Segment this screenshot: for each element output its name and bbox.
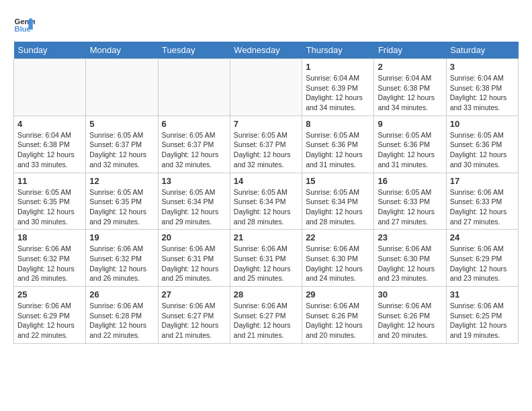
calendar-cell: 7Sunrise: 6:05 AM Sunset: 6:37 PM Daylig…	[230, 116, 302, 173]
calendar-cell: 27Sunrise: 6:06 AM Sunset: 6:27 PM Dayli…	[158, 287, 230, 344]
calendar-cell	[158, 59, 230, 116]
calendar-cell: 20Sunrise: 6:06 AM Sunset: 6:31 PM Dayli…	[158, 230, 230, 287]
cell-day-number: 23	[378, 232, 442, 242]
calendar-cell: 25Sunrise: 6:06 AM Sunset: 6:29 PM Dayli…	[14, 287, 86, 344]
cell-sun-info: Sunrise: 6:05 AM Sunset: 6:35 PM Dayligh…	[17, 187, 82, 227]
cell-sun-info: Sunrise: 6:05 AM Sunset: 6:37 PM Dayligh…	[234, 130, 298, 170]
cell-sun-info: Sunrise: 6:04 AM Sunset: 6:38 PM Dayligh…	[17, 130, 82, 170]
cell-day-number: 20	[162, 232, 226, 242]
cell-sun-info: Sunrise: 6:05 AM Sunset: 6:34 PM Dayligh…	[234, 187, 298, 227]
calendar-table: SundayMondayTuesdayWednesdayThursdayFrid…	[13, 42, 519, 344]
calendar-cell: 18Sunrise: 6:06 AM Sunset: 6:32 PM Dayli…	[14, 230, 86, 287]
cell-day-number: 10	[450, 119, 515, 129]
cell-sun-info: Sunrise: 6:05 AM Sunset: 6:34 PM Dayligh…	[162, 187, 226, 227]
cell-day-number: 12	[89, 176, 154, 186]
cell-sun-info: Sunrise: 6:06 AM Sunset: 6:32 PM Dayligh…	[17, 244, 82, 283]
cell-sun-info: Sunrise: 6:04 AM Sunset: 6:39 PM Dayligh…	[306, 73, 370, 113]
cell-day-number: 11	[17, 176, 82, 186]
calendar-cell: 29Sunrise: 6:06 AM Sunset: 6:26 PM Dayli…	[302, 287, 374, 344]
cell-sun-info: Sunrise: 6:06 AM Sunset: 6:27 PM Dayligh…	[162, 301, 226, 340]
calendar-week-5: 25Sunrise: 6:06 AM Sunset: 6:29 PM Dayli…	[14, 287, 519, 344]
cell-sun-info: Sunrise: 6:04 AM Sunset: 6:38 PM Dayligh…	[378, 73, 442, 113]
logo-icon: General Blue	[13, 13, 35, 35]
calendar-cell: 13Sunrise: 6:05 AM Sunset: 6:34 PM Dayli…	[158, 173, 230, 230]
days-header-row: SundayMondayTuesdayWednesdayThursdayFrid…	[14, 42, 519, 59]
calendar-cell: 5Sunrise: 6:05 AM Sunset: 6:37 PM Daylig…	[86, 116, 158, 173]
calendar-cell: 4Sunrise: 6:04 AM Sunset: 6:38 PM Daylig…	[14, 116, 86, 173]
cell-day-number: 29	[306, 289, 370, 300]
cell-day-number: 8	[306, 119, 370, 129]
cell-day-number: 16	[378, 176, 442, 186]
cell-day-number: 24	[450, 232, 515, 242]
cell-day-number: 13	[162, 176, 226, 186]
cell-day-number: 2	[378, 62, 442, 72]
cell-day-number: 14	[234, 176, 298, 186]
calendar-cell: 16Sunrise: 6:05 AM Sunset: 6:33 PM Dayli…	[374, 173, 446, 230]
calendar-cell: 26Sunrise: 6:06 AM Sunset: 6:28 PM Dayli…	[86, 287, 158, 344]
cell-day-number: 1	[306, 62, 370, 72]
cell-day-number: 21	[234, 232, 298, 242]
cell-day-number: 19	[89, 232, 154, 242]
cell-day-number: 26	[89, 289, 154, 300]
cell-sun-info: Sunrise: 6:06 AM Sunset: 6:30 PM Dayligh…	[306, 244, 370, 283]
cell-sun-info: Sunrise: 6:05 AM Sunset: 6:37 PM Dayligh…	[162, 130, 226, 170]
day-header-saturday: Saturday	[446, 42, 518, 59]
cell-sun-info: Sunrise: 6:05 AM Sunset: 6:36 PM Dayligh…	[306, 130, 370, 170]
calendar-cell: 30Sunrise: 6:06 AM Sunset: 6:26 PM Dayli…	[374, 287, 446, 344]
calendar-cell	[14, 59, 86, 116]
calendar-cell: 9Sunrise: 6:05 AM Sunset: 6:36 PM Daylig…	[374, 116, 446, 173]
calendar-cell: 3Sunrise: 6:04 AM Sunset: 6:38 PM Daylig…	[446, 59, 518, 116]
cell-day-number: 27	[162, 289, 226, 300]
calendar-week-2: 4Sunrise: 6:04 AM Sunset: 6:38 PM Daylig…	[14, 116, 519, 173]
cell-day-number: 9	[378, 119, 442, 129]
cell-sun-info: Sunrise: 6:05 AM Sunset: 6:37 PM Dayligh…	[89, 130, 154, 170]
logo: General Blue	[13, 13, 35, 35]
cell-sun-info: Sunrise: 6:06 AM Sunset: 6:33 PM Dayligh…	[450, 187, 515, 227]
cell-sun-info: Sunrise: 6:06 AM Sunset: 6:31 PM Dayligh…	[162, 244, 226, 283]
cell-day-number: 25	[17, 289, 82, 300]
cell-sun-info: Sunrise: 6:06 AM Sunset: 6:29 PM Dayligh…	[450, 244, 515, 283]
cell-sun-info: Sunrise: 6:06 AM Sunset: 6:26 PM Dayligh…	[378, 301, 442, 340]
day-header-sunday: Sunday	[14, 42, 86, 59]
cell-day-number: 28	[234, 289, 298, 300]
cell-day-number: 4	[17, 119, 82, 129]
cell-sun-info: Sunrise: 6:06 AM Sunset: 6:27 PM Dayligh…	[234, 301, 298, 340]
day-header-tuesday: Tuesday	[158, 42, 230, 59]
cell-sun-info: Sunrise: 6:04 AM Sunset: 6:38 PM Dayligh…	[450, 73, 515, 113]
calendar-week-4: 18Sunrise: 6:06 AM Sunset: 6:32 PM Dayli…	[14, 230, 519, 287]
cell-sun-info: Sunrise: 6:06 AM Sunset: 6:31 PM Dayligh…	[234, 244, 298, 283]
calendar-cell: 10Sunrise: 6:05 AM Sunset: 6:36 PM Dayli…	[446, 116, 518, 173]
cell-sun-info: Sunrise: 6:06 AM Sunset: 6:30 PM Dayligh…	[378, 244, 442, 283]
day-header-thursday: Thursday	[302, 42, 374, 59]
cell-day-number: 3	[450, 62, 515, 72]
calendar-cell: 21Sunrise: 6:06 AM Sunset: 6:31 PM Dayli…	[230, 230, 302, 287]
cell-sun-info: Sunrise: 6:05 AM Sunset: 6:35 PM Dayligh…	[89, 187, 154, 227]
cell-day-number: 5	[89, 119, 154, 129]
calendar-cell: 12Sunrise: 6:05 AM Sunset: 6:35 PM Dayli…	[86, 173, 158, 230]
cell-sun-info: Sunrise: 6:06 AM Sunset: 6:25 PM Dayligh…	[450, 301, 515, 340]
cell-sun-info: Sunrise: 6:05 AM Sunset: 6:36 PM Dayligh…	[378, 130, 442, 170]
calendar-cell: 22Sunrise: 6:06 AM Sunset: 6:30 PM Dayli…	[302, 230, 374, 287]
calendar-cell	[86, 59, 158, 116]
calendar-cell: 31Sunrise: 6:06 AM Sunset: 6:25 PM Dayli…	[446, 287, 518, 344]
cell-day-number: 30	[378, 289, 442, 300]
calendar-cell: 11Sunrise: 6:05 AM Sunset: 6:35 PM Dayli…	[14, 173, 86, 230]
day-header-wednesday: Wednesday	[230, 42, 302, 59]
cell-day-number: 31	[450, 289, 515, 300]
cell-day-number: 6	[162, 119, 226, 129]
calendar-week-3: 11Sunrise: 6:05 AM Sunset: 6:35 PM Dayli…	[14, 173, 519, 230]
day-header-monday: Monday	[86, 42, 158, 59]
day-header-friday: Friday	[374, 42, 446, 59]
calendar-cell: 1Sunrise: 6:04 AM Sunset: 6:39 PM Daylig…	[302, 59, 374, 116]
cell-day-number: 22	[306, 232, 370, 242]
calendar-cell	[230, 59, 302, 116]
calendar-cell: 17Sunrise: 6:06 AM Sunset: 6:33 PM Dayli…	[446, 173, 518, 230]
cell-day-number: 15	[306, 176, 370, 186]
cell-sun-info: Sunrise: 6:06 AM Sunset: 6:29 PM Dayligh…	[17, 301, 82, 340]
cell-sun-info: Sunrise: 6:05 AM Sunset: 6:36 PM Dayligh…	[450, 130, 515, 170]
cell-day-number: 7	[234, 119, 298, 129]
calendar-cell: 8Sunrise: 6:05 AM Sunset: 6:36 PM Daylig…	[302, 116, 374, 173]
cell-sun-info: Sunrise: 6:05 AM Sunset: 6:33 PM Dayligh…	[378, 187, 442, 227]
svg-text:Blue: Blue	[15, 25, 31, 33]
calendar-cell: 14Sunrise: 6:05 AM Sunset: 6:34 PM Dayli…	[230, 173, 302, 230]
